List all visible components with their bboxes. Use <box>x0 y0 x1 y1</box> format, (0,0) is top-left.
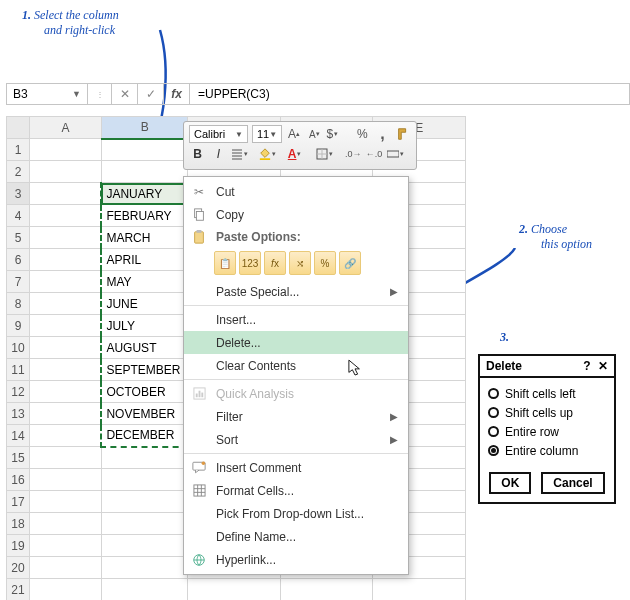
row-header-10[interactable]: 10 <box>7 337 30 359</box>
cell[interactable] <box>101 535 187 557</box>
delete-option-opt1[interactable]: Shift cells left <box>488 384 606 403</box>
cell[interactable] <box>101 469 187 491</box>
cell[interactable] <box>29 227 101 249</box>
cell[interactable] <box>373 579 466 601</box>
fill-color-button[interactable]: ▾ <box>259 145 283 163</box>
row-header-11[interactable]: 11 <box>7 359 30 381</box>
row-header-16[interactable]: 16 <box>7 469 30 491</box>
row-header-7[interactable]: 7 <box>7 271 30 293</box>
menu-insert-comment[interactable]: Insert Comment <box>184 456 408 479</box>
comma-format-button[interactable]: , <box>374 125 390 143</box>
row-header-5[interactable]: 5 <box>7 227 30 249</box>
menu-format-cells[interactable]: Format Cells... <box>184 479 408 502</box>
menu-copy[interactable]: Copy <box>184 203 408 226</box>
italic-button[interactable]: I <box>210 145 227 163</box>
paste-link-button[interactable]: 🔗 <box>339 251 361 275</box>
row-header-18[interactable]: 18 <box>7 513 30 535</box>
row-header-3[interactable]: 3 <box>7 183 30 205</box>
paste-formatting-button[interactable]: % <box>314 251 336 275</box>
cell[interactable]: JANUARY <box>101 183 187 205</box>
increase-decimal-button[interactable]: .0→ <box>345 145 362 163</box>
menu-sort[interactable]: Sort ▶ <box>184 428 408 451</box>
decrease-decimal-button[interactable]: ←.0 <box>366 145 383 163</box>
enter-formula-button[interactable]: ✓ <box>138 83 164 105</box>
accounting-format-button[interactable]: $▾ <box>327 125 351 143</box>
cell[interactable]: AUGUST <box>101 337 187 359</box>
bold-button[interactable]: B <box>189 145 206 163</box>
cell[interactable] <box>29 293 101 315</box>
font-name-select[interactable]: Calibri▼ <box>189 125 248 143</box>
cell[interactable] <box>29 491 101 513</box>
col-header-b[interactable]: B <box>101 117 187 139</box>
cell[interactable] <box>188 579 281 601</box>
decrease-font-icon[interactable]: A▾ <box>306 125 322 143</box>
cancel-formula-button[interactable]: ✕ <box>112 83 138 105</box>
cell[interactable]: JULY <box>101 315 187 337</box>
cell[interactable] <box>101 579 187 601</box>
cell[interactable] <box>29 205 101 227</box>
cell[interactable] <box>29 381 101 403</box>
menu-clear-contents[interactable]: Clear Contents <box>184 354 408 377</box>
menu-hyperlink[interactable]: Hyperlink... <box>184 548 408 571</box>
cell[interactable] <box>29 271 101 293</box>
cell[interactable] <box>29 403 101 425</box>
row-header-1[interactable]: 1 <box>7 139 30 161</box>
cell[interactable] <box>101 139 187 161</box>
row-header-12[interactable]: 12 <box>7 381 30 403</box>
select-all-corner[interactable] <box>7 117 30 139</box>
format-painter-icon[interactable] <box>395 125 411 143</box>
font-color-button[interactable]: A▾ <box>288 145 312 163</box>
expand-name-box[interactable]: ⋮ <box>88 83 112 105</box>
col-header-a[interactable]: A <box>29 117 101 139</box>
row-header-19[interactable]: 19 <box>7 535 30 557</box>
row-header-2[interactable]: 2 <box>7 161 30 183</box>
cell[interactable] <box>280 579 373 601</box>
menu-cut[interactable]: ✂ Cut <box>184 180 408 203</box>
paste-values-button[interactable]: 123 <box>239 251 261 275</box>
cell[interactable] <box>29 557 101 579</box>
menu-insert[interactable]: Insert... <box>184 308 408 331</box>
paste-all-button[interactable]: 📋 <box>214 251 236 275</box>
cell[interactable] <box>29 161 101 183</box>
cell[interactable]: APRIL <box>101 249 187 271</box>
cell[interactable]: MARCH <box>101 227 187 249</box>
cell[interactable] <box>29 447 101 469</box>
cell[interactable]: MAY <box>101 271 187 293</box>
cell[interactable] <box>101 491 187 513</box>
delete-option-opt4[interactable]: Entire column <box>488 441 606 460</box>
cell[interactable] <box>29 315 101 337</box>
delete-option-opt2[interactable]: Shift cells up <box>488 403 606 422</box>
row-header-9[interactable]: 9 <box>7 315 30 337</box>
row-header-4[interactable]: 4 <box>7 205 30 227</box>
cell[interactable]: DECEMBER <box>101 425 187 447</box>
menu-pick-dropdown[interactable]: Pick From Drop-down List... <box>184 502 408 525</box>
name-box[interactable]: B3 ▼ <box>6 83 88 105</box>
cell[interactable] <box>29 249 101 271</box>
formula-bar[interactable]: =UPPER(C3) <box>190 83 630 105</box>
borders-button[interactable]: ▾ <box>316 145 340 163</box>
percent-format-button[interactable]: % <box>354 125 370 143</box>
cell[interactable]: OCTOBER <box>101 381 187 403</box>
cell[interactable] <box>29 183 101 205</box>
cell[interactable]: JUNE <box>101 293 187 315</box>
close-button[interactable]: ✕ <box>598 359 608 373</box>
cell[interactable] <box>101 447 187 469</box>
cell[interactable] <box>29 579 101 601</box>
cell[interactable] <box>29 469 101 491</box>
paste-transpose-button[interactable]: ⤭ <box>289 251 311 275</box>
menu-paste-special[interactable]: Paste Special... ▶ <box>184 280 408 303</box>
ok-button[interactable]: OK <box>489 472 531 494</box>
cell[interactable]: SEPTEMBER <box>101 359 187 381</box>
cell[interactable] <box>29 139 101 161</box>
cell[interactable] <box>29 359 101 381</box>
cell[interactable] <box>29 535 101 557</box>
delete-option-opt3[interactable]: Entire row <box>488 422 606 441</box>
row-header-8[interactable]: 8 <box>7 293 30 315</box>
font-size-select[interactable]: 11▼ <box>252 125 282 143</box>
menu-delete[interactable]: Delete... <box>184 331 408 354</box>
cell[interactable] <box>101 557 187 579</box>
merge-button[interactable]: ▾ <box>387 145 411 163</box>
cell[interactable]: NOVEMBER <box>101 403 187 425</box>
align-button[interactable]: ▾ <box>231 145 255 163</box>
row-header-21[interactable]: 21 <box>7 579 30 601</box>
